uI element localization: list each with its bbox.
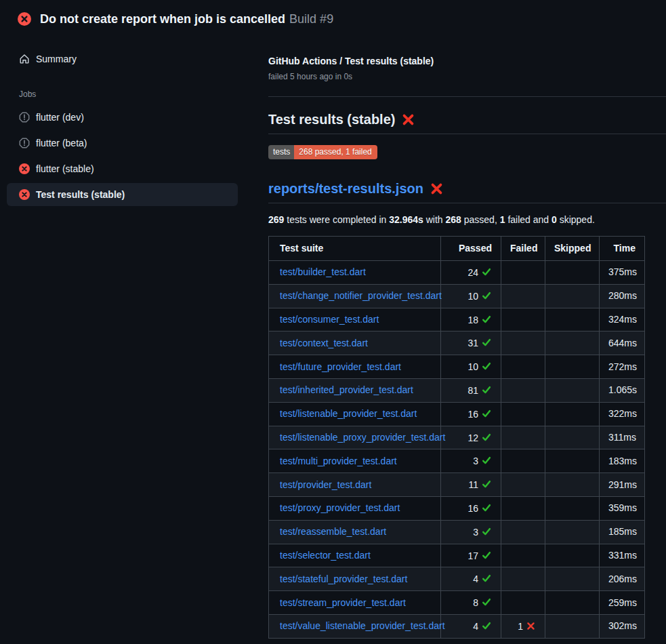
time-cell: 206ms: [600, 567, 645, 591]
test-suite-link[interactable]: test/proxy_provider_test.dart: [280, 502, 400, 513]
check-icon: [482, 479, 491, 489]
header-divider: [268, 96, 666, 97]
x-circle-icon: [19, 189, 30, 200]
run-title: Do not create report when job is cancell…: [40, 12, 285, 26]
passed-count: 268: [446, 214, 461, 225]
sidebar-item-test-results-stable[interactable]: Test results (stable): [7, 183, 238, 206]
skipped-cell: [545, 520, 600, 544]
test-suite-link[interactable]: test/inherited_provider_test.dart: [280, 384, 413, 395]
test-suite-cell: test/listenable_proxy_provider_test.dart: [269, 426, 441, 449]
sidebar-item-flutter-beta[interactable]: flutter (beta): [7, 132, 238, 155]
failed-cell: [501, 378, 545, 402]
test-suite-link[interactable]: test/listenable_provider_test.dart: [280, 408, 417, 419]
red-x-mark-icon: [402, 113, 415, 126]
passed-cell: 18: [441, 308, 501, 331]
test-suite-link[interactable]: test/context_test.dart: [280, 338, 368, 348]
test-suite-cell: test/future_provider_test.dart: [269, 355, 441, 379]
test-suite-cell: test/reassemble_test.dart: [269, 520, 441, 544]
test-suite-cell: test/selector_test.dart: [269, 544, 441, 567]
failed-cell: [501, 284, 545, 308]
table-row: test/multi_provider_test.dart3183ms: [269, 449, 645, 473]
test-suite-link[interactable]: test/change_notifier_provider_test.dart: [280, 290, 442, 301]
report-heading: reports/test-results.json: [268, 180, 666, 203]
failed-cell: [501, 355, 545, 379]
check-icon: [482, 385, 491, 395]
time-cell: 185ms: [600, 520, 645, 544]
failed-cell: [501, 426, 545, 449]
jobs-section-label: Jobs: [19, 89, 238, 99]
time-cell: 302ms: [600, 614, 645, 638]
main-content: GitHub Actions / Test results (stable) f…: [238, 38, 666, 639]
x-circle-icon: [18, 12, 31, 26]
skipped-cell: [545, 614, 600, 638]
skipped-count: 0: [551, 214, 557, 225]
passed-cell: 16: [441, 402, 501, 426]
test-suite-cell: test/stream_provider_test.dart: [269, 591, 441, 615]
time-cell: 183ms: [600, 449, 645, 473]
test-suite-cell: test/context_test.dart: [269, 331, 441, 355]
check-icon: [482, 597, 491, 607]
sidebar-item-summary[interactable]: Summary: [7, 47, 238, 71]
build-number: Build #9: [289, 12, 333, 26]
table-row: test/selector_test.dart17331ms: [269, 544, 645, 567]
test-suite-link[interactable]: test/multi_provider_test.dart: [280, 456, 397, 466]
test-suite-link[interactable]: test/builder_test.dart: [280, 266, 366, 277]
sidebar-item-label: Test results (stable): [36, 189, 125, 200]
test-table-body: test/builder_test.dart24375mstest/change…: [269, 261, 645, 639]
skipped-cell: [545, 378, 600, 402]
time-cell: 331ms: [600, 544, 645, 567]
test-suite-link[interactable]: test/value_listenable_provider_test.dart: [280, 620, 445, 631]
test-suite-link[interactable]: test/consumer_test.dart: [280, 314, 379, 325]
table-row: test/provider_test.dart11291ms: [269, 473, 645, 497]
test-suite-cell: test/inherited_provider_test.dart: [269, 378, 441, 402]
skipped-cell: [545, 308, 600, 331]
failed-cell: 1: [501, 614, 545, 638]
test-suite-cell: test/proxy_provider_test.dart: [269, 496, 441, 520]
time-cell: 259ms: [600, 591, 645, 615]
test-suite-link[interactable]: test/stream_provider_test.dart: [280, 597, 406, 608]
test-suite-cell: test/provider_test.dart: [269, 473, 441, 497]
time-cell: 280ms: [600, 284, 645, 308]
section-title: Test results (stable): [268, 110, 395, 128]
test-suite-link[interactable]: test/stateful_provider_test.dart: [280, 573, 407, 584]
report-link[interactable]: reports/test-results.json: [268, 180, 423, 197]
table-row: test/context_test.dart31644ms: [269, 331, 645, 355]
time-cell: 1.065s: [600, 378, 645, 402]
failed-cell: [501, 261, 545, 285]
cancelled-icon: [19, 138, 30, 148]
passed-cell: 11: [441, 473, 501, 497]
check-icon: [482, 621, 491, 630]
skipped-cell: [545, 544, 600, 567]
home-icon: [19, 54, 30, 64]
test-suite-link[interactable]: test/future_provider_test.dart: [280, 361, 401, 372]
test-suite-link[interactable]: test/provider_test.dart: [280, 479, 371, 490]
duration: 32.964s: [389, 214, 423, 225]
check-icon: [482, 432, 491, 442]
skipped-cell: [545, 426, 600, 449]
test-suite-cell: test/builder_test.dart: [269, 261, 441, 285]
failed-cell: [501, 402, 545, 426]
test-suite-link[interactable]: test/reassemble_test.dart: [280, 526, 386, 537]
failed-cell: [501, 473, 545, 497]
passed-cell: 3: [441, 449, 501, 473]
x-icon: [526, 622, 535, 630]
test-suite-link[interactable]: test/listenable_proxy_provider_test.dart: [280, 432, 445, 443]
failed-cell: [501, 544, 545, 567]
table-row: test/reassemble_test.dart3185ms: [269, 520, 645, 544]
table-row: test/value_listenable_provider_test.dart…: [269, 614, 645, 638]
table-row: test/proxy_provider_test.dart16359ms: [269, 496, 645, 520]
skipped-cell: [545, 355, 600, 379]
column-header-time: Time: [600, 237, 645, 261]
total-count: 269: [268, 214, 284, 225]
section-heading: Test results (stable): [268, 110, 666, 134]
test-suite-link[interactable]: test/selector_test.dart: [280, 550, 371, 561]
failed-cell: [501, 449, 545, 473]
passed-cell: 17: [441, 544, 501, 567]
skipped-cell: [545, 284, 600, 308]
sidebar-item-flutter-stable[interactable]: flutter (stable): [7, 157, 238, 180]
passed-cell: 24: [441, 261, 501, 285]
column-header-skipped: Skipped: [545, 237, 600, 261]
sidebar-item-label: flutter (beta): [36, 138, 87, 148]
sidebar-item-flutter-dev[interactable]: flutter (dev): [7, 106, 238, 129]
badge-label: tests: [268, 145, 294, 159]
